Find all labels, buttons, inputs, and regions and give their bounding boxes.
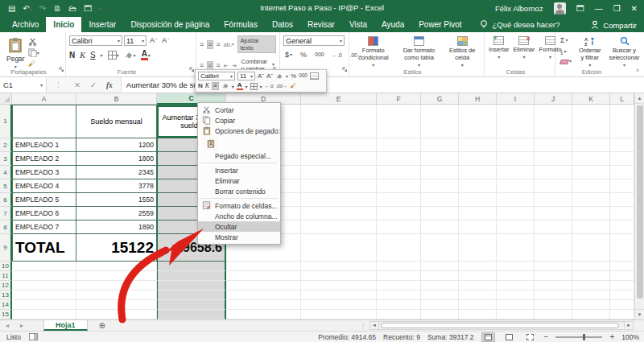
cell-G2[interactable] [421, 138, 459, 152]
cell-K6[interactable] [572, 193, 610, 207]
menu-item-borrar-contenido[interactable]: Borrar contenido [198, 186, 280, 196]
column-header-L[interactable]: L [610, 93, 634, 105]
cell-L11[interactable] [610, 271, 634, 281]
cell-G9[interactable] [421, 234, 459, 262]
increase-decimal-icon[interactable]: ←.0 [331, 52, 344, 60]
row-header-11[interactable]: 11 [0, 271, 12, 281]
cell-J10[interactable] [535, 262, 572, 271]
cut-icon[interactable] [28, 37, 37, 46]
cell-L2[interactable] [610, 138, 634, 152]
cell-L13[interactable] [610, 290, 634, 300]
cell-F2[interactable] [377, 138, 421, 152]
cell-H8[interactable] [459, 220, 497, 234]
cell-G3[interactable] [421, 152, 459, 166]
cell-G6[interactable] [421, 193, 459, 207]
cell-G8[interactable] [421, 220, 459, 234]
tab-datos[interactable]: Datos [265, 17, 300, 32]
cell-F11[interactable] [377, 271, 421, 281]
increase-font-icon[interactable]: Aˆ [148, 35, 159, 46]
cell-A6[interactable]: EMPLEADO 5 [12, 193, 76, 207]
undo-icon[interactable]: ↶▾ [23, 5, 31, 13]
cell-E2[interactable] [301, 138, 377, 152]
number-format-select[interactable]: General▾ [283, 35, 345, 46]
sheet-nav-left-icon[interactable]: ◂ [0, 320, 14, 331]
cell-A7[interactable]: EMPLEADO 6 [12, 207, 76, 220]
cell-G10[interactable] [421, 262, 459, 271]
cell-J2[interactable] [535, 138, 572, 152]
insert-cells-button[interactable]: ＋ Insertar▾ [488, 35, 510, 60]
cell-B1[interactable]: Sueldo mensual [76, 105, 157, 138]
zoom-out-icon[interactable]: − [544, 332, 549, 341]
tab-f-rmulas[interactable]: Fórmulas [217, 17, 265, 32]
cell-B13[interactable] [76, 290, 157, 300]
column-header-B[interactable]: B [76, 93, 157, 105]
cell-F5[interactable] [377, 179, 421, 193]
row-header-14[interactable]: 14 [0, 300, 12, 310]
menu-item-mostrar[interactable]: Mostrar [198, 232, 280, 242]
insert-function-icon[interactable]: fx [106, 81, 113, 89]
column-header-F[interactable]: F [377, 93, 421, 105]
column-header-K[interactable]: K [572, 93, 610, 105]
mini-format-painter-icon[interactable]: 🖌 [290, 83, 296, 89]
cell-C14[interactable] [157, 300, 226, 310]
cell-K11[interactable] [572, 271, 610, 281]
cell-I11[interactable] [497, 271, 535, 281]
sheet-nav-right-icon[interactable]: ▸ [14, 320, 29, 331]
cell-J12[interactable] [535, 281, 572, 290]
cell-D10[interactable] [226, 262, 301, 271]
select-all-corner[interactable] [0, 93, 12, 105]
align-bottom-icon[interactable]: ≡ [217, 41, 221, 48]
cell-I6[interactable] [497, 193, 535, 207]
cell-A8[interactable]: EMPLEADO 7 [12, 220, 76, 234]
cell-E4[interactable] [301, 166, 377, 179]
cell-E3[interactable] [301, 152, 377, 166]
mini-decrease-font-icon[interactable]: Aˇ [266, 73, 273, 80]
cell-F8[interactable] [377, 220, 421, 234]
cell-G14[interactable] [421, 300, 459, 310]
orientation-icon[interactable]: ab↗ [224, 42, 235, 47]
minimize-button[interactable]: — [595, 5, 603, 13]
cell-F14[interactable] [377, 300, 421, 310]
cell-H5[interactable] [459, 179, 497, 193]
tab-insertar[interactable]: Insertar [81, 17, 123, 32]
cell-I9[interactable] [497, 234, 535, 262]
cell-B12[interactable] [76, 281, 157, 290]
maximize-button[interactable]: ❐ [613, 5, 621, 13]
menu-item-ancho-de-columna[interactable]: Ancho de columna... [198, 211, 280, 221]
copy-button[interactable]: ▾ [28, 48, 39, 57]
cell-L5[interactable] [610, 179, 634, 193]
mini-format-table-icon[interactable] [310, 72, 319, 80]
mini-italic-button[interactable]: K [205, 83, 209, 89]
fill-color-button[interactable]: ▾ [124, 51, 136, 60]
cell-F12[interactable] [377, 281, 421, 290]
ribbon-collapse[interactable]: ˄ [636, 32, 644, 76]
mini-decrease-decimal-icon[interactable]: .00→ [276, 84, 287, 89]
column-header-J[interactable]: J [535, 93, 572, 105]
add-sheet-icon[interactable]: ⊕ [99, 320, 105, 331]
cell-J4[interactable] [535, 166, 572, 179]
tab-vista[interactable]: Vista [342, 17, 374, 32]
cell-E11[interactable] [301, 271, 377, 281]
row-header-6[interactable]: 6 [0, 193, 12, 207]
cell-L4[interactable] [610, 166, 634, 179]
cell-I7[interactable] [497, 207, 535, 220]
cell-A3[interactable]: EMPLEADO 2 [12, 152, 76, 166]
print-preview-icon[interactable]: 🗔 [84, 5, 92, 13]
cell-J5[interactable] [535, 179, 572, 193]
cell-E9[interactable] [301, 234, 377, 262]
cell-F6[interactable] [377, 193, 421, 207]
menu-item-formato-de-celdas[interactable]: Formato de celdas... [198, 200, 280, 211]
decrease-font-icon[interactable]: Aˇ [160, 35, 171, 46]
cell-J14[interactable] [535, 300, 572, 310]
scroll-left-icon[interactable]: ◂ [369, 321, 379, 330]
row-header-12[interactable]: 12 [0, 281, 12, 290]
column-header-I[interactable]: I [497, 93, 535, 105]
borders-button[interactable]: ▾ [108, 51, 119, 60]
zoom-slider-thumb[interactable] [583, 334, 585, 340]
zoom-level[interactable]: 100% [621, 333, 639, 341]
cell-I4[interactable] [497, 166, 535, 179]
cell-G15[interactable] [421, 310, 459, 319]
mini-font-color-button[interactable]: A▾ [237, 82, 248, 90]
cell-J3[interactable] [535, 152, 572, 166]
cell-G11[interactable] [421, 271, 459, 281]
